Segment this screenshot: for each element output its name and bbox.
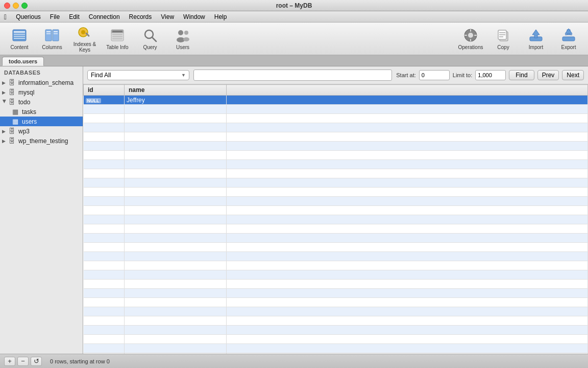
table-row[interactable] (84, 289, 588, 298)
table-row[interactable] (84, 307, 588, 316)
prev-button[interactable]: Prev (537, 70, 559, 80)
table-row[interactable] (84, 132, 588, 142)
table-row[interactable] (84, 243, 588, 252)
limit-input[interactable] (475, 70, 506, 80)
sidebar-item-wp3[interactable]: ▶ 🗄 wp3 (0, 126, 83, 136)
cell-name[interactable] (125, 298, 227, 307)
cell-name[interactable] (125, 252, 227, 261)
find-button[interactable]: Find (509, 70, 534, 80)
table-row[interactable] (84, 178, 588, 188)
cell-name[interactable] (125, 105, 227, 114)
remove-row-button[interactable]: − (17, 357, 29, 366)
cell-name[interactable] (125, 243, 227, 252)
toolbar-import-button[interactable]: Import (521, 25, 551, 53)
cell-name[interactable] (125, 335, 227, 344)
cell-name[interactable] (125, 215, 227, 224)
traffic-lights[interactable] (4, 3, 28, 9)
table-row[interactable] (84, 105, 588, 114)
cell-name[interactable] (125, 261, 227, 270)
cell-name[interactable] (125, 123, 227, 132)
column-header-name[interactable]: name (125, 85, 227, 96)
toolbar-content-button[interactable]: Content (4, 25, 35, 53)
table-row[interactable] (84, 344, 588, 353)
column-header-id[interactable]: id (84, 85, 125, 96)
table-row[interactable] (84, 188, 588, 197)
toolbar-copy-button[interactable]: Copy (488, 25, 519, 53)
cell-name[interactable] (125, 169, 227, 178)
find-dropdown[interactable]: Find All ▼ (87, 70, 189, 80)
search-filter-input[interactable] (193, 70, 392, 81)
cell-name[interactable] (125, 270, 227, 280)
table-row[interactable] (84, 252, 588, 261)
cell-name[interactable] (125, 188, 227, 197)
toolbar-tableinfo-button[interactable]: Table Info (102, 25, 133, 53)
menu-help[interactable]: Help (210, 12, 231, 21)
cell-name[interactable] (125, 326, 227, 335)
cell-name[interactable] (125, 316, 227, 326)
cell-name[interactable] (125, 307, 227, 316)
cell-name[interactable] (125, 344, 227, 353)
table-row[interactable] (84, 326, 588, 335)
menu-window[interactable]: Window (179, 12, 209, 21)
menu-querious[interactable]: Querious (12, 12, 45, 21)
sidebar-item-users[interactable]: ▦ users (0, 117, 83, 126)
table-row[interactable] (84, 142, 588, 151)
table-row[interactable] (84, 206, 588, 215)
toolbar-columns-button[interactable]: Columns (37, 25, 67, 53)
table-row[interactable] (84, 224, 588, 234)
table-row[interactable] (84, 270, 588, 280)
cell-name[interactable] (125, 289, 227, 298)
table-row[interactable] (84, 280, 588, 289)
table-row[interactable]: NULL (84, 96, 588, 105)
sidebar-item-wp_theme_testing[interactable]: ▶ 🗄 wp_theme_testing (0, 136, 83, 146)
toolbar-indexes-button[interactable]: Indexes & Keys (69, 25, 100, 53)
cell-name[interactable] (125, 280, 227, 289)
sidebar-item-todo[interactable]: ▶ 🗄 todo (0, 97, 83, 107)
minimize-button[interactable] (13, 3, 19, 9)
start-at-input[interactable] (419, 70, 450, 80)
cell-name[interactable] (125, 178, 227, 188)
cell-name[interactable] (125, 160, 227, 169)
cell-name-input[interactable] (127, 97, 224, 104)
next-button[interactable]: Next (562, 70, 584, 80)
maximize-button[interactable] (21, 3, 28, 9)
cell-name[interactable] (125, 206, 227, 215)
table-row[interactable] (84, 197, 588, 206)
toolbar-users-button[interactable]: Users (167, 25, 198, 53)
sidebar-item-information_schema[interactable]: ▶ 🗄 information_schema (0, 78, 83, 87)
close-button[interactable] (4, 3, 10, 9)
table-row[interactable] (84, 335, 588, 344)
table-row[interactable] (84, 169, 588, 178)
cell-name[interactable] (125, 197, 227, 206)
toolbar-query-button[interactable]: Query (135, 25, 165, 53)
table-row[interactable] (84, 298, 588, 307)
table-row[interactable] (84, 261, 588, 270)
cell-name[interactable] (125, 224, 227, 234)
cell-name[interactable] (125, 132, 227, 142)
cell-name[interactable] (125, 114, 227, 123)
menu-connection[interactable]: Connection (85, 12, 124, 21)
table-row[interactable] (84, 151, 588, 160)
add-row-button[interactable]: + (4, 357, 15, 366)
menu-records[interactable]: Records (125, 12, 156, 21)
apple-menu[interactable]:  (4, 13, 7, 21)
menu-edit[interactable]: Edit (65, 12, 84, 21)
table-row[interactable] (84, 123, 588, 132)
toolbar-export-button[interactable]: Export (553, 25, 584, 53)
tab-todo-users[interactable]: todo.users (2, 57, 44, 66)
cell-name[interactable] (125, 151, 227, 160)
toolbar-operations-button[interactable]: Operations (455, 25, 486, 53)
cell-name[interactable] (125, 142, 227, 151)
table-row[interactable] (84, 114, 588, 123)
cell-name[interactable] (125, 234, 227, 243)
refresh-button[interactable]: ↺ (31, 357, 42, 366)
menu-file[interactable]: File (46, 12, 64, 21)
menu-view[interactable]: View (157, 12, 178, 21)
table-row[interactable] (84, 160, 588, 169)
sidebar-item-mysql[interactable]: ▶ 🗄 mysql (0, 87, 83, 97)
cell-name[interactable] (125, 96, 227, 105)
table-row[interactable] (84, 316, 588, 326)
sidebar-item-tasks[interactable]: ▦ tasks (0, 107, 83, 117)
table-row[interactable] (84, 234, 588, 243)
table-row[interactable] (84, 215, 588, 224)
